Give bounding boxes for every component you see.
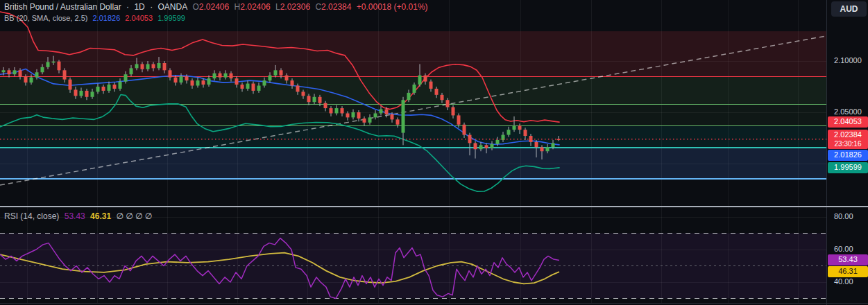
candle-up[interactable] bbox=[479, 145, 483, 149]
price-scale[interactable]: AUD 2.100002.050002.040532.0238423:30:16… bbox=[826, 0, 868, 305]
candle-up[interactable] bbox=[80, 91, 83, 96]
candle-up[interactable] bbox=[352, 112, 355, 117]
candle-down[interactable] bbox=[19, 70, 22, 76]
timeframe-label[interactable]: 1D bbox=[134, 2, 144, 12]
candle-up[interactable] bbox=[546, 147, 550, 151]
candle-down[interactable] bbox=[169, 70, 172, 77]
currency-toggle-button[interactable]: AUD bbox=[831, 1, 867, 17]
candle-down[interactable] bbox=[280, 70, 283, 75]
candle-down[interactable] bbox=[457, 115, 461, 124]
candle-up[interactable] bbox=[35, 72, 39, 77]
candle-down[interactable] bbox=[324, 103, 327, 108]
candle-up[interactable] bbox=[513, 125, 516, 130]
candle-up[interactable] bbox=[52, 62, 56, 63]
candle-down[interactable] bbox=[441, 95, 444, 100]
candle-up[interactable] bbox=[374, 113, 377, 117]
candle-up[interactable] bbox=[274, 70, 278, 75]
candle-down[interactable] bbox=[219, 73, 222, 78]
candle-down[interactable] bbox=[285, 76, 289, 80]
candle-up[interactable] bbox=[313, 97, 316, 102]
candle-down[interactable] bbox=[302, 92, 305, 96]
candle-up[interactable] bbox=[413, 85, 416, 93]
candle-down[interactable] bbox=[252, 84, 255, 91]
rsi-indicator-label[interactable]: RSI (14, close) bbox=[4, 211, 59, 221]
candle-up[interactable] bbox=[41, 67, 44, 72]
candle-down[interactable] bbox=[535, 142, 538, 147]
candle-down[interactable] bbox=[113, 85, 117, 89]
candle-down[interactable] bbox=[346, 113, 350, 117]
candle-up[interactable] bbox=[196, 80, 200, 85]
candle-down[interactable] bbox=[296, 86, 300, 92]
candle-up[interactable] bbox=[108, 85, 111, 91]
candle-down[interactable] bbox=[191, 80, 194, 85]
candle-down[interactable] bbox=[85, 91, 89, 97]
candle-up[interactable] bbox=[124, 74, 128, 81]
candle-up[interactable] bbox=[246, 84, 250, 89]
candle-down[interactable] bbox=[24, 76, 28, 82]
symbol-title[interactable]: British Pound / Australian Dollar bbox=[4, 2, 121, 12]
candle-up[interactable] bbox=[119, 82, 122, 89]
candle-down[interactable] bbox=[74, 89, 78, 96]
candle-up[interactable] bbox=[2, 70, 6, 72]
candle-up[interactable] bbox=[130, 68, 133, 74]
candle-down[interactable] bbox=[485, 145, 488, 148]
candle-up[interactable] bbox=[496, 140, 500, 144]
candle-up[interactable] bbox=[91, 92, 94, 96]
candle-down[interactable] bbox=[230, 73, 233, 78]
candle-up[interactable] bbox=[491, 144, 494, 148]
candle-up[interactable] bbox=[407, 93, 411, 100]
candle-down[interactable] bbox=[446, 100, 450, 107]
candle-down[interactable] bbox=[58, 62, 61, 71]
candle-down[interactable] bbox=[463, 125, 466, 135]
candle-down[interactable] bbox=[318, 97, 322, 103]
candle-up[interactable] bbox=[380, 110, 383, 114]
candle-down[interactable] bbox=[524, 130, 527, 136]
candle-down[interactable] bbox=[435, 89, 439, 95]
candle-up[interactable] bbox=[46, 62, 50, 67]
candle-up[interactable] bbox=[269, 76, 272, 80]
candle-up[interactable] bbox=[213, 73, 216, 78]
candle-down[interactable] bbox=[429, 82, 433, 89]
candle-down[interactable] bbox=[141, 64, 144, 69]
exchange-label[interactable]: OANDA bbox=[158, 2, 187, 12]
candle-down[interactable] bbox=[174, 78, 178, 82]
candle-down[interactable] bbox=[235, 78, 239, 85]
candle-down[interactable] bbox=[69, 80, 72, 90]
candle-down[interactable] bbox=[396, 119, 400, 124]
candle-up[interactable] bbox=[507, 130, 511, 134]
candle-up[interactable] bbox=[146, 64, 150, 69]
candle-down[interactable] bbox=[330, 108, 333, 113]
candle-down[interactable] bbox=[63, 70, 67, 79]
candle-down[interactable] bbox=[357, 112, 361, 119]
pane-divider[interactable] bbox=[0, 206, 868, 207]
candle-down[interactable] bbox=[518, 125, 522, 130]
candle-up[interactable] bbox=[263, 80, 266, 85]
candle-down[interactable] bbox=[291, 80, 294, 85]
candle-up[interactable] bbox=[552, 143, 555, 147]
candle-down[interactable] bbox=[341, 108, 344, 113]
candle-down[interactable] bbox=[163, 63, 167, 70]
candle-up[interactable] bbox=[257, 86, 261, 91]
candle-up[interactable] bbox=[135, 64, 139, 68]
candle-down[interactable] bbox=[185, 76, 189, 80]
candle-up[interactable] bbox=[180, 76, 183, 82]
bb-indicator-label[interactable]: BB (20, SMA, close, 2.5) bbox=[4, 14, 87, 22]
candle-up[interactable] bbox=[418, 76, 422, 85]
candle-down[interactable] bbox=[391, 114, 394, 119]
candle-up[interactable] bbox=[368, 117, 372, 122]
candle-up[interactable] bbox=[13, 70, 17, 74]
candle-down[interactable] bbox=[474, 143, 477, 149]
candle-up[interactable] bbox=[96, 87, 100, 92]
candle-up[interactable] bbox=[30, 78, 33, 82]
candle-down[interactable] bbox=[152, 64, 155, 68]
candle-down[interactable] bbox=[424, 76, 427, 82]
candle-up[interactable] bbox=[207, 78, 211, 85]
candle-down[interactable] bbox=[8, 70, 11, 74]
candle-up[interactable] bbox=[402, 100, 405, 132]
candle-up[interactable] bbox=[158, 63, 161, 68]
price-pane[interactable] bbox=[0, 0, 826, 207]
time-axis-divider[interactable] bbox=[0, 303, 868, 304]
candle-up[interactable] bbox=[335, 108, 339, 113]
candle-down[interactable] bbox=[363, 119, 366, 123]
candle-down[interactable] bbox=[385, 110, 389, 114]
